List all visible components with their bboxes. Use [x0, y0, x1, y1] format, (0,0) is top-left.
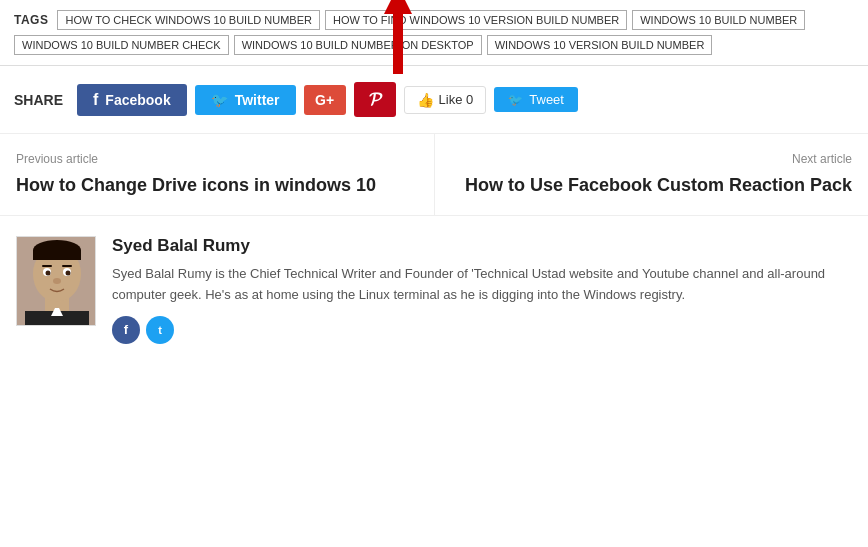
tweet-label: Tweet	[529, 92, 564, 107]
arrow-indicator	[384, 0, 412, 74]
tag-item[interactable]: HOW TO FIND WINDOWS 10 VERSION BUILD NUM…	[325, 10, 627, 30]
tags-label: TAGS	[14, 13, 48, 27]
next-article-direction: Next article	[451, 152, 853, 166]
author-avatar	[16, 236, 96, 326]
twitter-social-icon: t	[158, 324, 162, 336]
facebook-label: Facebook	[105, 92, 170, 108]
twitter-label: Twitter	[235, 92, 280, 108]
thumbs-up-icon: 👍	[417, 92, 434, 108]
tag-item[interactable]: WINDOWS 10 BUILD NUMBER	[632, 10, 805, 30]
share-label: SHARE	[14, 92, 63, 108]
author-facebook-link[interactable]: f	[112, 316, 140, 344]
twitter-bird-icon: 🐦	[211, 92, 228, 108]
twitter-share-button[interactable]: 🐦 Twitter	[195, 85, 296, 115]
svg-point-10	[66, 271, 71, 276]
tag-item[interactable]: WINDOWS 10 VERSION BUILD NUMBER	[487, 35, 713, 55]
tags-section: TAGS HOW TO CHECK WINDOWS 10 BUILD NUMBE…	[0, 0, 868, 66]
svg-rect-11	[42, 265, 52, 267]
pinterest-share-button[interactable]: 𝓟	[354, 82, 396, 117]
author-twitter-link[interactable]: t	[146, 316, 174, 344]
author-name: Syed Balal Rumy	[112, 236, 852, 256]
tag-item[interactable]: WINDOWS 10 BUILD NUMBER CHECK	[14, 35, 229, 55]
google-plus-share-button[interactable]: G+	[304, 85, 346, 115]
like-label: Like 0	[439, 92, 474, 107]
prev-article-title[interactable]: How to Change Drive icons in windows 10	[16, 174, 418, 197]
next-article-link[interactable]: How to Use Facebook Custom Reaction Pack	[465, 175, 852, 195]
tag-item[interactable]: WINDOWS 10 BUILD NUMBER ON DESKTOP	[234, 35, 482, 55]
facebook-like-button[interactable]: 👍 Like 0	[404, 86, 487, 114]
arrow-shaft	[393, 14, 403, 74]
author-avatar-image	[17, 236, 95, 326]
next-article: Next article How to Use Facebook Custom …	[435, 134, 869, 215]
svg-point-9	[46, 271, 51, 276]
svg-rect-12	[62, 265, 72, 267]
google-plus-label: G+	[315, 92, 334, 108]
twitter-small-icon: 🐦	[508, 93, 523, 107]
svg-rect-6	[33, 250, 81, 260]
author-bio: Syed Balal Rumy is the Chief Technical W…	[112, 264, 852, 306]
author-social-links: f t	[112, 316, 852, 344]
arrow-up-icon	[384, 0, 412, 14]
previous-article: Previous article How to Change Drive ico…	[0, 134, 435, 215]
prev-article-direction: Previous article	[16, 152, 418, 166]
prev-article-link[interactable]: How to Change Drive icons in windows 10	[16, 175, 376, 195]
author-info: Syed Balal Rumy Syed Balal Rumy is the C…	[112, 236, 852, 344]
facebook-share-button[interactable]: f Facebook	[77, 84, 187, 116]
next-article-title[interactable]: How to Use Facebook Custom Reaction Pack	[451, 174, 853, 197]
share-section: SHARE f Facebook 🐦 Twitter G+ 𝓟 👍 Like 0…	[0, 66, 868, 134]
facebook-icon: f	[93, 91, 98, 109]
facebook-social-icon: f	[124, 322, 128, 337]
author-section: Syed Balal Rumy Syed Balal Rumy is the C…	[0, 216, 868, 364]
pinterest-icon: 𝓟	[369, 89, 381, 110]
svg-point-13	[53, 278, 61, 284]
articles-navigation: Previous article How to Change Drive ico…	[0, 134, 868, 216]
tag-item[interactable]: HOW TO CHECK WINDOWS 10 BUILD NUMBER	[57, 10, 320, 30]
tweet-button[interactable]: 🐦 Tweet	[494, 87, 578, 112]
